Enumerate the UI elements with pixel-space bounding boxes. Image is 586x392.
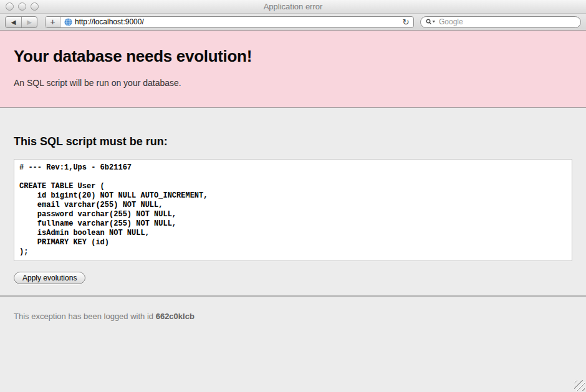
exception-log-id: 662c0klcb	[156, 312, 195, 321]
page-subtitle: An SQL script will be run on your databa…	[14, 78, 572, 88]
page-content: This SQL script must be run: # --- Rev:1…	[0, 108, 586, 392]
evolution-banner: Your database needs evolution! An SQL sc…	[0, 31, 586, 108]
forward-button[interactable]: ▶	[21, 17, 37, 27]
reload-icon: ↻	[403, 17, 410, 27]
resize-grip-icon[interactable]	[574, 380, 585, 391]
new-tab-button[interactable]: +	[46, 17, 60, 27]
browser-toolbar: ◀ ▶ + ↻	[0, 14, 586, 31]
sql-script-box: # --- Rev:1,Ups - 6b21167 CREATE TABLE U…	[14, 159, 572, 261]
address-bar: + ↻	[45, 16, 414, 28]
window-title: Application error	[0, 2, 586, 11]
back-button[interactable]: ◀	[6, 17, 21, 27]
browser-window: Application error ◀ ▶ + ↻	[0, 0, 586, 392]
page-title: Your database needs evolution!	[14, 47, 572, 66]
nav-button-group: ◀ ▶	[5, 16, 37, 28]
exception-log-note: This exception has been logged with id 6…	[14, 312, 586, 321]
footer-divider	[0, 295, 586, 297]
reload-button[interactable]: ↻	[398, 17, 413, 27]
search-input[interactable]	[439, 17, 575, 26]
apply-evolutions-button[interactable]: Apply evolutions	[14, 272, 85, 284]
script-heading: This SQL script must be run:	[14, 135, 572, 148]
search-field	[420, 16, 581, 28]
search-icon	[426, 19, 436, 25]
window-titlebar[interactable]: Application error	[0, 0, 586, 14]
url-input[interactable]	[75, 17, 398, 26]
forward-icon: ▶	[27, 19, 32, 26]
back-icon: ◀	[11, 19, 16, 26]
globe-favicon-icon	[64, 18, 72, 26]
exception-log-text: This exception has been logged with id	[14, 312, 153, 321]
